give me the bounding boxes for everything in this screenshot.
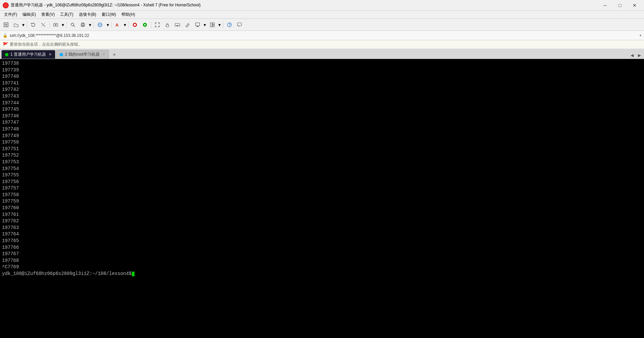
menu-file[interactable]: 文件(F)	[1, 11, 20, 18]
toolbar-snap-dropdown[interactable]: ▾	[202, 20, 207, 30]
terminal-line: 197755	[2, 172, 642, 179]
tab-1-dot	[5, 53, 8, 56]
terminal-line: ^C7769	[2, 264, 642, 271]
terminal-line: 197749	[2, 133, 642, 139]
terminal-line: 197761	[2, 212, 642, 218]
close-button[interactable]: ✕	[628, 1, 641, 10]
toolbar-new-session[interactable]	[1, 20, 11, 30]
flag-icon: 🚩	[3, 42, 8, 47]
toolbar-color-group: A ▾	[113, 20, 127, 30]
terminal-prompt: ydk_108@iZuf68hz06p6s2809gl3i1Z:~/108/le…	[2, 271, 131, 277]
toolbar-print[interactable]	[78, 20, 88, 30]
terminal-line: 197766	[2, 244, 642, 251]
sep7	[151, 21, 151, 28]
toolbar-print-dropdown[interactable]: ▾	[88, 20, 92, 30]
tab-1-close[interactable]: ✕	[49, 52, 52, 57]
terminal-line: 197746	[2, 113, 642, 120]
svg-rect-28	[196, 23, 200, 26]
terminal-line: 197752	[2, 152, 642, 159]
svg-rect-32	[213, 25, 214, 27]
terminal-line: 197753	[2, 159, 642, 166]
toolbar-keyboard[interactable]	[173, 20, 182, 30]
terminal-line: 197760	[2, 205, 642, 212]
menu-tools[interactable]: 工具(T)	[57, 11, 76, 18]
terminal-line: 197745	[2, 106, 642, 113]
toolbar-lock[interactable]	[163, 20, 172, 30]
terminal-line: 197762	[2, 218, 642, 225]
toolbar-print-group: ▾	[78, 20, 92, 30]
maximize-button[interactable]: □	[613, 1, 627, 10]
menu-help[interactable]: 帮助(H)	[119, 11, 138, 18]
tab-add-button[interactable]: +	[110, 51, 118, 59]
svg-text:?: ?	[229, 23, 231, 27]
toolbar-open[interactable]	[11, 20, 21, 30]
toolbar-help[interactable]: ?	[225, 20, 234, 30]
tab-2-close[interactable]: ✕	[102, 52, 105, 57]
terminal-line: 197739	[2, 67, 642, 74]
svg-text:A: A	[115, 22, 119, 27]
lock-icon: 🔒	[3, 33, 8, 38]
terminal-line: 197742	[2, 87, 642, 93]
terminal-line: 197754	[2, 166, 642, 172]
minimize-button[interactable]: ─	[598, 1, 612, 10]
terminal-line: 197747	[2, 119, 642, 126]
toolbar-disconnect[interactable]	[39, 20, 48, 30]
menu-window[interactable]: 窗口(W)	[99, 11, 119, 18]
toolbar-stop[interactable]	[130, 20, 140, 30]
sep5	[111, 21, 112, 28]
terminal-line: 197744	[2, 100, 642, 107]
tab-bar: 1 普通用户学习机器 ✕ 2 我的root学习机器 ✕ + ◀ ▶	[0, 49, 644, 59]
toolbar-color-dropdown[interactable]: ▾	[122, 20, 127, 30]
terminal[interactable]: 1977381977391977401977411977421977431977…	[0, 59, 644, 338]
tab-nav-right-btn[interactable]: ▶	[636, 52, 643, 59]
terminal-line: 197756	[2, 179, 642, 185]
menu-bar: 文件(F) 编辑(E) 查看(V) 工具(T) 选项卡(B) 窗口(W) 帮助(…	[0, 11, 644, 19]
terminal-prompt-line: ydk_108@iZuf68hz06p6s2809gl3i1Z:~/108/le…	[2, 271, 642, 277]
toolbar-open-dropdown[interactable]: ▾	[21, 20, 25, 30]
toolbar-layout-group: ▾	[208, 20, 222, 30]
toolbar-transfer-dropdown[interactable]: ▾	[60, 20, 65, 30]
toolbar-color[interactable]: A	[113, 20, 122, 30]
address-dropdown[interactable]: ▾	[640, 34, 641, 37]
svg-line-8	[73, 25, 75, 27]
toolbar-green[interactable]	[140, 20, 150, 30]
tab-2-label: 2 我的root学习机器	[65, 52, 100, 57]
sep8	[223, 21, 223, 28]
tab-1[interactable]: 1 普通用户学习机器 ✕	[1, 50, 55, 59]
tab-2[interactable]: 2 我的root学习机器 ✕	[56, 50, 109, 59]
sep2	[49, 21, 50, 28]
tab-nav-left[interactable]: ◀	[629, 52, 635, 59]
toolbar-fullscreen[interactable]	[153, 20, 162, 30]
toolbar-reconnect[interactable]	[29, 20, 38, 30]
toolbar-edit2[interactable]	[183, 20, 192, 30]
toolbar-find[interactable]	[68, 20, 77, 30]
svg-rect-31	[213, 23, 214, 24]
address-bar: 🔒 ssh://ydk_108:*************@8.153.38.1…	[0, 31, 644, 40]
svg-rect-30	[210, 23, 212, 27]
menu-tabs[interactable]: 选项卡(B)	[76, 11, 99, 18]
toolbar-chat[interactable]	[235, 20, 244, 30]
terminal-line: 197763	[2, 225, 642, 231]
tab-nav: ◀ ▶	[629, 52, 643, 59]
svg-rect-10	[82, 23, 84, 24]
toolbar-globe-dropdown[interactable]: ▾	[105, 20, 110, 30]
terminal-line: 197751	[2, 146, 642, 153]
svg-rect-17	[134, 24, 136, 26]
menu-edit[interactable]: 编辑(E)	[20, 11, 39, 18]
toolbar-layout-dropdown[interactable]: ▾	[217, 20, 222, 30]
menu-view[interactable]: 查看(V)	[39, 11, 57, 18]
toolbar-snap[interactable]	[193, 20, 202, 30]
window-controls: ─ □ ✕	[598, 1, 641, 10]
toolbar-globe[interactable]	[95, 20, 105, 30]
toolbar-layout[interactable]	[208, 20, 217, 30]
sep6	[128, 21, 129, 28]
svg-rect-35	[237, 23, 241, 26]
terminal-line: 197767	[2, 251, 642, 258]
toolbar-snap-group: ▾	[193, 20, 207, 30]
toolbar: ▾ ▾ ▾ ▾ A ▾	[0, 19, 644, 31]
terminal-line: 197738	[2, 60, 642, 67]
tab-2-dot	[60, 53, 63, 56]
svg-point-7	[71, 23, 74, 26]
info-bar: 🚩 要添加当前会话，点击左侧的箭头按钮。	[0, 40, 644, 49]
toolbar-transfer[interactable]	[51, 20, 60, 30]
